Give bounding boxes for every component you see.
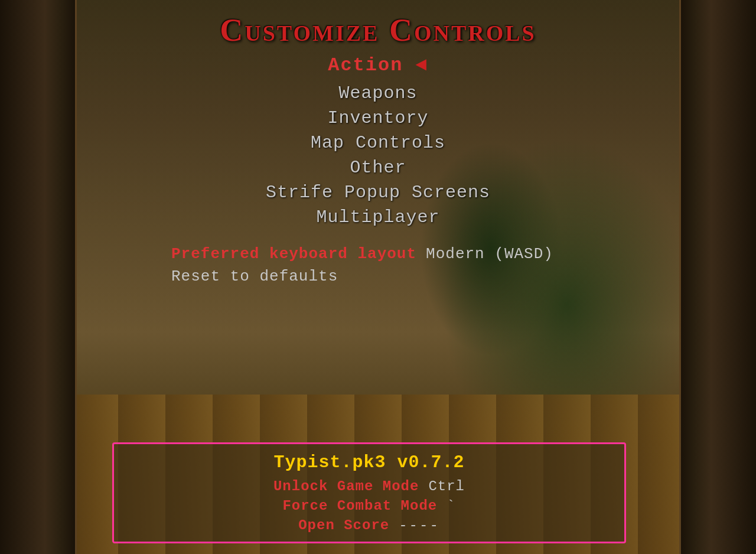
action-label[interactable]: Action ◄	[328, 54, 428, 76]
keyboard-layout-label: Preferred keyboard layout	[171, 245, 416, 263]
popup-row-open-score: Open Score ----	[128, 517, 610, 533]
action-arrow: ◄	[416, 54, 428, 76]
settings-section: Preferred keyboard layout Modern (WASD) …	[171, 245, 585, 285]
popup-title: Typist.pk3 v0.7.2	[273, 452, 464, 472]
reset-row[interactable]: Reset to defaults	[171, 268, 338, 285]
popup-row-unlock: Unlock Game Mode Ctrl	[128, 478, 610, 494]
keyboard-layout-value: Modern (WASD)	[426, 245, 553, 263]
reset-label: Reset to defaults	[171, 268, 338, 285]
open-score-label: Open Score	[298, 517, 389, 533]
menu-item-strife-popup[interactable]: Strife Popup Screens	[261, 181, 495, 204]
menu-item-inventory[interactable]: Inventory	[322, 107, 433, 129]
page-title: Customize Controls	[220, 12, 536, 48]
unlock-game-mode-label: Unlock Game Mode	[273, 478, 419, 494]
menu-item-multiplayer[interactable]: Multiplayer	[311, 206, 444, 229]
menu-item-other[interactable]: Other	[345, 157, 410, 179]
menu-item-weapons[interactable]: Weapons	[334, 82, 422, 105]
open-score-value: ----	[399, 517, 440, 533]
force-combat-mode-value: `	[447, 498, 455, 514]
menu-item-map-controls[interactable]: Map Controls	[306, 132, 450, 154]
force-combat-mode-label: Force Combat Mode	[282, 498, 437, 514]
menu-section: Action ◄ Weapons Inventory Map Controls …	[261, 54, 495, 229]
keyboard-layout-row[interactable]: Preferred keyboard layout Modern (WASD)	[171, 245, 553, 263]
action-text: Action	[328, 54, 403, 76]
unlock-game-mode-value: Ctrl	[428, 478, 465, 494]
popup-box: Typist.pk3 v0.7.2 Unlock Game Mode Ctrl …	[112, 442, 626, 543]
popup-row-force-combat: Force Combat Mode `	[128, 498, 610, 514]
